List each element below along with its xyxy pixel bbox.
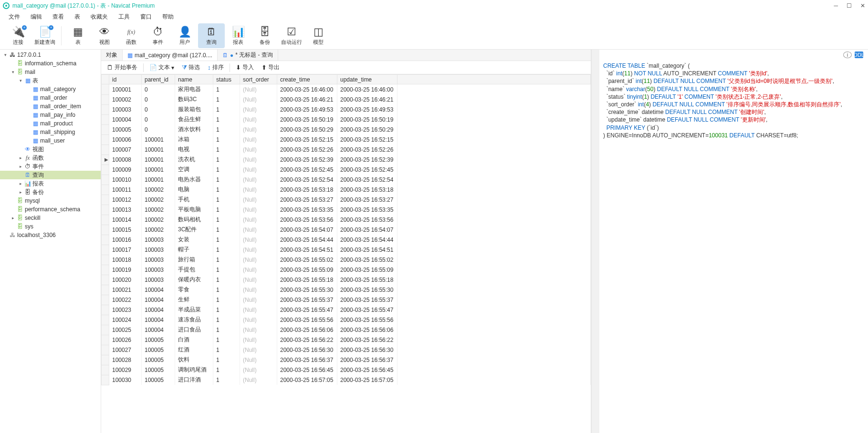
cell[interactable]: 家用电器 (175, 84, 213, 95)
twisty-icon[interactable]: ▾ (10, 70, 16, 74)
cell[interactable]: 1 (213, 295, 240, 305)
cell[interactable]: 100021 (109, 285, 142, 295)
cell[interactable]: 2000-03-25 16:46:21 (277, 94, 337, 104)
cell[interactable]: 洗衣机 (175, 155, 213, 165)
import-button[interactable]: ⬇导入 (234, 62, 256, 72)
twisty-icon[interactable]: ▸ (17, 164, 24, 169)
cell[interactable]: 100012 (109, 195, 142, 205)
menu-0[interactable]: 文件 (4, 13, 25, 21)
cell[interactable]: 100015 (109, 225, 142, 235)
table-row[interactable]: 100019100003手提包1(Null)2000-03-25 16:55:0… (102, 265, 591, 275)
col-header-update_time[interactable]: update_time (337, 75, 397, 84)
cell[interactable]: 1 (213, 275, 240, 285)
col-header-create_time[interactable]: create_time (277, 75, 337, 84)
cell[interactable]: 2000-03-25 16:55:30 (337, 285, 397, 295)
cell[interactable]: 2000-03-25 16:52:54 (277, 175, 337, 185)
cell[interactable]: 1 (213, 355, 240, 365)
table-row[interactable]: 100028100005饮料1(Null)2000-03-25 16:56:37… (102, 355, 591, 365)
cell[interactable]: 100010 (109, 175, 142, 185)
cell[interactable]: 1 (213, 285, 240, 295)
tree-item-mysql[interactable]: 🗄mysql (0, 196, 101, 205)
tree-item-mall_product[interactable]: ▦mall_product (0, 119, 101, 128)
cell[interactable]: 2000-03-25 16:52:26 (337, 144, 397, 155)
cell[interactable]: 女装 (175, 235, 213, 245)
cell[interactable]: 3C配件 (175, 225, 213, 235)
cell[interactable]: 1 (213, 134, 240, 144)
cell[interactable]: 平板电脑 (175, 205, 213, 215)
tree-item-事件[interactable]: ▸⏱事件 (0, 162, 101, 171)
cell[interactable]: 保暖内衣 (175, 275, 213, 285)
cell[interactable]: 100002 (142, 225, 175, 235)
cell[interactable]: 电视 (175, 144, 213, 155)
cell[interactable]: 2000-03-25 16:52:15 (337, 134, 397, 144)
cell[interactable]: 2000-03-25 16:54:51 (277, 245, 337, 255)
tab-1[interactable]: ▦mall_category @mail (127.0.... (123, 50, 218, 61)
cell[interactable]: (Null) (240, 175, 277, 185)
cell[interactable]: 2000-03-25 16:46:00 (337, 84, 397, 95)
menu-2[interactable]: 查看 (48, 13, 69, 21)
col-header-id[interactable]: id (109, 75, 142, 84)
cell[interactable]: (Null) (240, 365, 277, 375)
cell[interactable]: 1 (213, 124, 240, 134)
maximize-button[interactable]: ☐ (847, 2, 852, 9)
cell[interactable]: 100027 (109, 345, 142, 355)
cell[interactable]: 2000-03-25 16:52:15 (277, 134, 337, 144)
cell[interactable]: (Null) (240, 325, 277, 335)
table-row[interactable]: 100025100004进口食品1(Null)2000-03-25 16:56:… (102, 325, 591, 335)
cell[interactable]: 2000-03-25 16:53:35 (277, 205, 337, 215)
tree-item-sys[interactable]: 🗄sys (0, 222, 101, 231)
menu-1[interactable]: 编辑 (26, 13, 47, 21)
toolbar-newquery-button[interactable]: 📄新建查询+ (31, 23, 58, 48)
twisty-icon[interactable]: ▸ (17, 155, 24, 160)
cell[interactable]: 2000-03-25 16:56:37 (337, 355, 397, 365)
cell[interactable]: 2000-03-25 16:53:27 (337, 195, 397, 205)
cell[interactable]: 1 (213, 94, 240, 104)
filter-button[interactable]: ⧩筛选 (180, 62, 202, 72)
cell[interactable]: 100002 (109, 94, 142, 104)
cell[interactable]: (Null) (240, 205, 277, 215)
cell[interactable]: 100001 (142, 175, 175, 185)
cell[interactable]: 2000-03-25 16:46:21 (337, 94, 397, 104)
tree-item-mall_shipping[interactable]: ▦mall_shipping (0, 128, 101, 136)
toolbar-report-button[interactable]: 📊报表 (225, 23, 251, 48)
cell[interactable]: 2000-03-25 16:50:19 (337, 114, 397, 124)
cell[interactable]: (Null) (240, 345, 277, 355)
cell[interactable]: 冰箱 (175, 134, 213, 144)
cell[interactable]: 2000-03-25 16:50:29 (277, 124, 337, 134)
twisty-icon[interactable]: ▾ (2, 52, 9, 57)
table-row[interactable]: 100016100003女装1(Null)2000-03-25 16:54:44… (102, 235, 591, 245)
cell[interactable]: 2000-03-25 16:56:22 (337, 335, 397, 345)
tree-item-mail[interactable]: ▾🗄mail (0, 68, 101, 76)
cell[interactable]: 2000-03-25 16:50:29 (337, 124, 397, 134)
cell[interactable]: 1 (213, 265, 240, 275)
cell[interactable]: 酒水饮料 (175, 124, 213, 134)
cell[interactable]: (Null) (240, 295, 277, 305)
cell[interactable]: 1 (213, 225, 240, 235)
cell[interactable]: 0 (142, 94, 175, 104)
cell[interactable]: 电热水器 (175, 175, 213, 185)
table-row[interactable]: 1000020数码3C1(Null)2000-03-25 16:46:21200… (102, 94, 591, 104)
toolbar-view-button[interactable]: 👁视图 (91, 23, 118, 48)
cell[interactable]: 2000-03-25 16:55:56 (277, 315, 337, 325)
cell[interactable]: 进口洋酒 (175, 375, 213, 385)
toolbar-backup-button[interactable]: 🗄备份 (251, 23, 278, 48)
cell[interactable]: 100005 (109, 124, 142, 134)
cell[interactable]: 2000-03-25 16:52:54 (337, 175, 397, 185)
tree-item-mall_order_item[interactable]: ▦mall_order_item (0, 102, 101, 111)
menu-6[interactable]: 窗口 (136, 13, 157, 21)
tree-item-表[interactable]: ▾▦表 (0, 76, 101, 85)
cell[interactable]: 1 (213, 375, 240, 385)
cell[interactable]: 调制鸡尾酒 (175, 365, 213, 375)
toolbar-event-button[interactable]: ⏱事件 (145, 23, 171, 48)
cell[interactable]: 1 (213, 205, 240, 215)
close-button[interactable]: ✕ (860, 2, 865, 9)
table-row[interactable]: 1000050酒水饮料1(Null)2000-03-25 16:50:29200… (102, 124, 591, 134)
toolbar-query-button[interactable]: 🗓查询 (198, 23, 225, 48)
menu-7[interactable]: 帮助 (157, 13, 178, 21)
cell[interactable]: 1 (213, 215, 240, 225)
tree-item-报表[interactable]: ▸📊报表 (0, 179, 101, 188)
cell[interactable]: 100005 (142, 355, 175, 365)
cell[interactable]: 2000-03-25 16:53:56 (277, 215, 337, 225)
cell[interactable]: 服装箱包 (175, 104, 213, 114)
cell[interactable]: 2000-03-25 16:53:35 (337, 205, 397, 215)
